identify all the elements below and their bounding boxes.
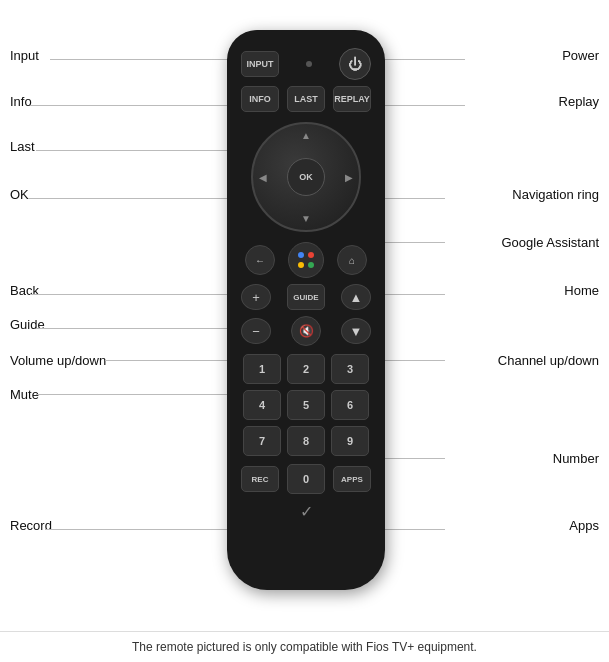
line-home xyxy=(385,294,445,295)
nav-left-arrow: ◀ xyxy=(259,172,267,183)
assistant-row: ← ⌂ xyxy=(227,242,385,278)
label-google: Google Assistant xyxy=(501,235,599,250)
label-volume: Volume up/down xyxy=(10,353,106,368)
line-info xyxy=(30,105,228,106)
channel-up-button[interactable]: ▲ xyxy=(341,284,371,310)
line-google xyxy=(385,242,445,243)
bottom-row: REC 0 APPS xyxy=(227,464,385,494)
label-back: Back xyxy=(10,283,39,298)
line-last xyxy=(36,150,228,151)
line-number xyxy=(385,458,445,459)
g-dot-green xyxy=(308,262,314,268)
top-row: INPUT ⏻ xyxy=(227,48,385,80)
power-button[interactable]: ⏻ xyxy=(339,48,371,80)
input-button[interactable]: INPUT xyxy=(241,51,279,77)
nav-right-arrow: ▶ xyxy=(345,172,353,183)
checkmark: ✓ xyxy=(300,502,313,521)
line-record xyxy=(45,529,253,530)
diagram-container: Input Info Last OK Back Guide Volume up/… xyxy=(0,0,609,620)
label-number: Number xyxy=(553,451,599,466)
nav-down-arrow: ▼ xyxy=(301,213,311,224)
info-button[interactable]: INFO xyxy=(241,86,279,112)
label-replay: Replay xyxy=(559,94,599,109)
volume-up-button[interactable]: + xyxy=(241,284,271,310)
num-6-button[interactable]: 6 xyxy=(331,390,369,420)
footer-text: The remote pictured is only compatible w… xyxy=(0,631,609,654)
back-button[interactable]: ← xyxy=(245,245,275,275)
label-apps: Apps xyxy=(569,518,599,533)
label-channel: Channel up/down xyxy=(498,353,599,368)
label-power: Power xyxy=(562,48,599,63)
nav-up-arrow: ▲ xyxy=(301,130,311,141)
vol-mute-row: − 🔇 ▼ xyxy=(227,316,385,346)
line-replay xyxy=(385,105,465,106)
num-8-button[interactable]: 8 xyxy=(287,426,325,456)
remote-body: INPUT ⏻ INFO LAST REPLAY ▲ ▼ ◀ ▶ OK ← xyxy=(227,30,385,590)
home-button[interactable]: ⌂ xyxy=(337,245,367,275)
info-row: INFO LAST REPLAY xyxy=(227,86,385,112)
replay-button[interactable]: REPLAY xyxy=(333,86,371,112)
led-indicator xyxy=(306,61,312,67)
label-last: Last xyxy=(10,139,35,154)
line-apps xyxy=(385,529,445,530)
g-dot-blue xyxy=(298,252,304,258)
line-channel xyxy=(385,360,445,361)
num-5-button[interactable]: 5 xyxy=(287,390,325,420)
navigation-ring[interactable]: ▲ ▼ ◀ ▶ OK xyxy=(251,122,361,232)
num-9-button[interactable]: 9 xyxy=(331,426,369,456)
label-nav: Navigation ring xyxy=(512,187,599,202)
num-0-button[interactable]: 0 xyxy=(287,464,325,494)
label-record: Record xyxy=(10,518,52,533)
google-assistant-button[interactable] xyxy=(288,242,324,278)
nav-ring-outer[interactable]: ▲ ▼ ◀ ▶ OK xyxy=(251,122,361,232)
line-power xyxy=(385,59,465,60)
num-1-button[interactable]: 1 xyxy=(243,354,281,384)
label-mute: Mute xyxy=(10,387,39,402)
guide-button[interactable]: GUIDE xyxy=(287,284,325,310)
mute-button[interactable]: 🔇 xyxy=(291,316,321,346)
apps-button[interactable]: APPS xyxy=(333,466,371,492)
label-home: Home xyxy=(564,283,599,298)
line-nav xyxy=(385,198,445,199)
num-7-button[interactable]: 7 xyxy=(243,426,281,456)
line-input xyxy=(50,59,228,60)
ok-button[interactable]: OK xyxy=(287,158,325,196)
line-back xyxy=(30,294,260,295)
g-dot-red xyxy=(308,252,314,258)
last-button[interactable]: LAST xyxy=(287,86,325,112)
google-dots xyxy=(298,252,314,268)
label-guide: Guide xyxy=(10,317,45,332)
num-4-button[interactable]: 4 xyxy=(243,390,281,420)
label-input: Input xyxy=(10,48,39,63)
volume-down-button[interactable]: − xyxy=(241,318,271,344)
numpad: 1 2 3 4 5 6 7 8 9 xyxy=(243,354,369,456)
g-dot-yellow xyxy=(298,262,304,268)
line-volume xyxy=(105,360,230,361)
num-3-button[interactable]: 3 xyxy=(331,354,369,384)
line-mute xyxy=(36,394,230,395)
label-ok: OK xyxy=(10,187,29,202)
channel-down-button[interactable]: ▼ xyxy=(341,318,371,344)
rec-button[interactable]: REC xyxy=(241,466,279,492)
label-info: Info xyxy=(10,94,32,109)
guide-vol-row: + GUIDE ▲ xyxy=(227,284,385,310)
line-ok xyxy=(28,198,228,199)
num-2-button[interactable]: 2 xyxy=(287,354,325,384)
